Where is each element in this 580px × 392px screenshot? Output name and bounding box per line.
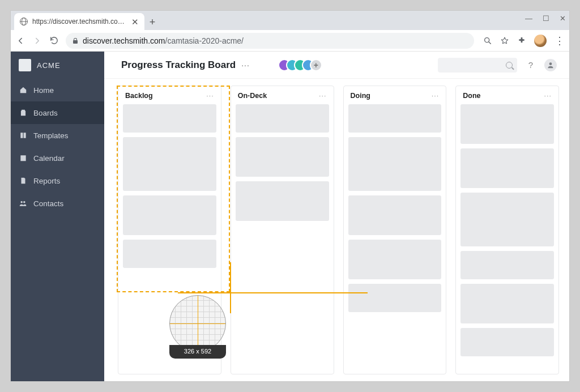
board-card[interactable] bbox=[236, 181, 329, 221]
board-card[interactable] bbox=[123, 240, 216, 268]
board-card[interactable] bbox=[460, 328, 554, 356]
sidebar-item-label: Reports bbox=[33, 177, 60, 185]
close-window-button[interactable]: ✕ bbox=[560, 14, 566, 23]
sidebar-item-calendar[interactable]: Calendar bbox=[11, 147, 104, 169]
add-member-button[interactable]: + bbox=[310, 59, 322, 71]
zoom-icon[interactable] bbox=[483, 36, 492, 45]
column-more-icon[interactable]: ··· bbox=[319, 92, 326, 100]
back-button[interactable] bbox=[15, 36, 25, 46]
maximize-button[interactable]: ☐ bbox=[543, 14, 549, 23]
column-header: Backlog··· bbox=[123, 91, 216, 104]
column-header: Doing··· bbox=[348, 91, 442, 104]
board-card[interactable] bbox=[460, 104, 554, 144]
board-card[interactable] bbox=[348, 240, 442, 279]
forward-button[interactable] bbox=[32, 36, 42, 46]
document-icon bbox=[19, 177, 27, 185]
board-card[interactable] bbox=[460, 251, 554, 279]
svg-point-0 bbox=[485, 37, 489, 42]
board-card[interactable] bbox=[348, 284, 442, 312]
search-icon bbox=[506, 62, 513, 69]
templates-icon bbox=[19, 131, 27, 140]
sidebar-item-contacts[interactable]: Contacts bbox=[11, 192, 104, 215]
sidebar-item-home[interactable]: Home bbox=[11, 79, 104, 101]
column-more-icon[interactable]: ··· bbox=[206, 92, 214, 100]
board-title: Progress Tracking Board bbox=[121, 59, 236, 71]
reload-button[interactable] bbox=[49, 36, 59, 45]
browser-tab[interactable]: https://discover.techsmith.com/c ✕ bbox=[14, 13, 144, 30]
chrome-menu-icon[interactable]: ⋮ bbox=[555, 35, 565, 47]
board-card[interactable] bbox=[348, 104, 442, 133]
org-row[interactable]: ACME bbox=[11, 52, 104, 79]
board-card[interactable] bbox=[348, 195, 442, 235]
board-card[interactable] bbox=[123, 104, 216, 133]
board-card[interactable] bbox=[460, 148, 554, 188]
user-menu[interactable] bbox=[544, 59, 557, 71]
sidebar-item-label: Contacts bbox=[33, 199, 63, 208]
browser-window: https://discover.techsmith.com/c ✕ + — ☐… bbox=[10, 10, 570, 382]
board-card[interactable] bbox=[123, 137, 216, 191]
search-input[interactable] bbox=[438, 58, 517, 73]
bookmark-star-icon[interactable] bbox=[500, 36, 509, 45]
help-button[interactable]: ? bbox=[528, 60, 533, 70]
org-name: ACME bbox=[37, 61, 61, 70]
board-column-on-deck[interactable]: On-Deck··· bbox=[231, 86, 334, 374]
capture-magnifier bbox=[169, 295, 226, 352]
lock-icon bbox=[72, 38, 78, 44]
board-card[interactable] bbox=[460, 284, 554, 323]
sidebar-item-label: Boards bbox=[33, 109, 58, 117]
column-title: Doing bbox=[351, 92, 370, 100]
tab-title: https://discover.techsmith.com/c bbox=[32, 18, 127, 25]
board-card[interactable] bbox=[236, 137, 329, 177]
new-tab-button[interactable]: + bbox=[144, 14, 160, 30]
address-bar[interactable]: discover.techsmith.com/camtasia-2020-acm… bbox=[66, 33, 474, 49]
sidebar: ACME Home Boards Templates bbox=[11, 52, 104, 381]
address-bar-row: discover.techsmith.com/camtasia-2020-acm… bbox=[11, 30, 569, 52]
main-panel: Progress Tracking Board ··· + ? bbox=[104, 52, 569, 381]
member-stack[interactable]: + bbox=[278, 59, 322, 71]
calendar-icon bbox=[19, 154, 27, 163]
clipboard-icon bbox=[19, 109, 27, 117]
board-top-bar: Progress Tracking Board ··· + ? bbox=[104, 52, 569, 79]
sidebar-item-templates[interactable]: Templates bbox=[11, 124, 104, 147]
svg-point-1 bbox=[20, 201, 23, 203]
column-header: On-Deck··· bbox=[236, 91, 329, 104]
svg-point-3 bbox=[549, 62, 552, 65]
board-card[interactable] bbox=[460, 193, 554, 246]
board-card[interactable] bbox=[348, 137, 442, 191]
board-card[interactable] bbox=[123, 195, 216, 235]
column-header: Done··· bbox=[460, 91, 554, 104]
org-logo bbox=[19, 59, 31, 71]
close-tab-icon[interactable]: ✕ bbox=[131, 18, 139, 26]
minimize-button[interactable]: — bbox=[525, 14, 532, 23]
board-more-icon[interactable]: ··· bbox=[241, 61, 250, 70]
column-more-icon[interactable]: ··· bbox=[544, 92, 552, 100]
capture-size-label: 326 x 592 bbox=[169, 345, 226, 359]
window-controls: — ☐ ✕ bbox=[525, 14, 566, 23]
board-column-doing[interactable]: Doing··· bbox=[343, 86, 447, 374]
svg-point-2 bbox=[23, 201, 25, 203]
column-more-icon[interactable]: ··· bbox=[432, 92, 439, 100]
sidebar-item-boards[interactable]: Boards bbox=[11, 101, 104, 124]
board-column-done[interactable]: Done··· bbox=[455, 86, 559, 374]
column-title: Backlog bbox=[125, 92, 153, 100]
url-text: discover.techsmith.com/camtasia-2020-acm… bbox=[83, 36, 244, 45]
app-content: ACME Home Boards Templates bbox=[11, 52, 569, 381]
column-title: Done bbox=[463, 92, 480, 100]
people-icon bbox=[19, 199, 27, 208]
extensions-icon[interactable] bbox=[517, 36, 526, 45]
home-icon bbox=[19, 86, 27, 95]
toolbar-right: ⋮ bbox=[483, 35, 565, 47]
column-title: On-Deck bbox=[238, 92, 267, 100]
sidebar-item-label: Templates bbox=[33, 131, 69, 140]
globe-icon bbox=[20, 18, 28, 25]
tab-strip: https://discover.techsmith.com/c ✕ + — ☐… bbox=[11, 11, 569, 30]
sidebar-item-label: Calendar bbox=[33, 154, 65, 163]
board-card[interactable] bbox=[236, 104, 329, 133]
sidebar-item-label: Home bbox=[33, 86, 54, 95]
sidebar-item-reports[interactable]: Reports bbox=[11, 169, 104, 192]
profile-avatar[interactable] bbox=[534, 35, 547, 47]
